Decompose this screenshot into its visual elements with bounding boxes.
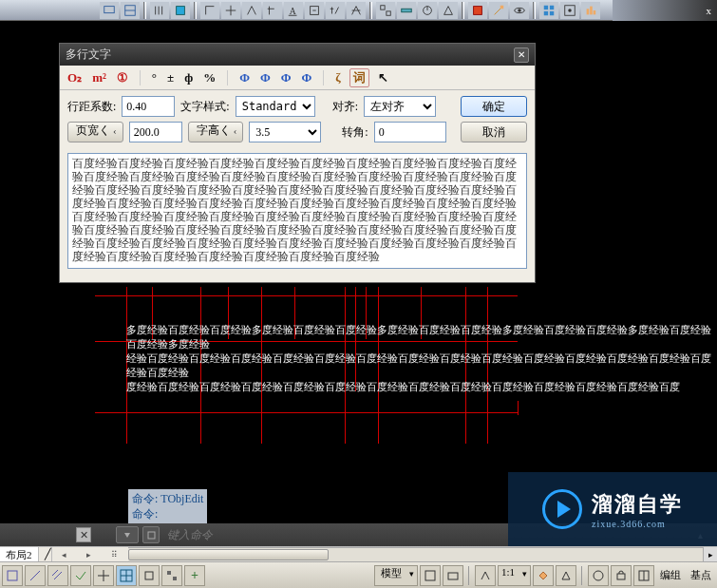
symbol-degree[interactable]: °	[150, 69, 159, 86]
line-spacing-input[interactable]	[122, 96, 175, 117]
status-button[interactable]	[47, 565, 68, 586]
status-add-button[interactable]: +	[184, 565, 205, 586]
model-button[interactable]: 模型	[374, 565, 418, 586]
symbol-o2[interactable]: O₂	[66, 69, 84, 86]
status-button[interactable]	[475, 565, 496, 586]
status-button[interactable]	[161, 565, 182, 586]
status-button[interactable]	[611, 565, 632, 586]
tool-button[interactable]	[221, 2, 240, 19]
base-point-label[interactable]: 基点	[687, 568, 715, 582]
tool-button[interactable]	[100, 2, 119, 19]
edit-group-label[interactable]: 编组	[656, 568, 685, 582]
status-button[interactable]	[533, 565, 554, 586]
tool-button[interactable]	[150, 2, 169, 19]
dialog-titlebar[interactable]: 多行文字 ✕	[60, 44, 535, 66]
watermark: 溜溜自学 zixue.3d66.com	[508, 472, 717, 546]
tool-button[interactable]	[581, 2, 600, 19]
status-button[interactable]	[70, 565, 91, 586]
alignment-label: 对齐:	[332, 99, 358, 115]
page-width-input[interactable]	[129, 122, 182, 142]
status-button[interactable]	[633, 565, 654, 586]
tool-button[interactable]	[347, 2, 366, 19]
scale-button[interactable]: 1:1	[498, 565, 531, 586]
tool-button[interactable]	[263, 2, 282, 19]
command-chip[interactable]	[142, 526, 160, 543]
watermark-url: zixue.3d66.com	[592, 519, 683, 529]
svg-rect-32	[148, 532, 155, 539]
symbol-phi2[interactable]: Φ	[258, 69, 273, 86]
tool-button[interactable]	[171, 2, 190, 19]
tab-strip-handle: ◂▸⠿	[52, 547, 128, 561]
tool-button[interactable]	[242, 2, 261, 19]
svg-rect-16	[402, 9, 412, 12]
status-button[interactable]	[588, 565, 609, 586]
rotation-input[interactable]	[374, 122, 446, 142]
svg-point-28	[568, 9, 572, 12]
tool-button[interactable]	[376, 2, 395, 19]
tool-button[interactable]	[418, 2, 437, 19]
status-button[interactable]	[116, 565, 137, 586]
symbol-phi4[interactable]: Φ	[300, 69, 314, 86]
svg-rect-23	[544, 5, 548, 9]
scroll-right-icon[interactable]: ▸	[703, 547, 717, 561]
status-button[interactable]	[420, 565, 441, 586]
tool-button[interactable]	[560, 2, 579, 19]
toolbar-separator	[462, 2, 464, 19]
svg-rect-33	[8, 571, 17, 580]
line-spacing-label: 行距系数:	[67, 99, 116, 115]
svg-rect-31	[594, 10, 596, 14]
tool-button[interactable]	[305, 2, 324, 19]
toolbar-separator	[194, 2, 197, 19]
svg-rect-20	[500, 5, 504, 9]
status-button[interactable]	[93, 565, 114, 586]
char-height-select[interactable]: 3.5	[249, 122, 321, 142]
char-height-button[interactable]: 字高く	[188, 122, 244, 142]
tab-add[interactable]: ╱	[39, 547, 52, 561]
watermark-title: 溜溜自学	[592, 490, 683, 519]
tool-button[interactable]	[539, 2, 558, 19]
tab-layout2[interactable]: 布局2	[0, 547, 39, 561]
symbol-phi3[interactable]: Φ	[279, 69, 293, 86]
symbol-circled1[interactable]: ①	[115, 69, 130, 86]
cursor-tool-icon[interactable]: ↖	[376, 69, 390, 86]
tool-button[interactable]	[468, 2, 487, 19]
status-button[interactable]	[443, 565, 463, 586]
text-content-textarea[interactable]: 百度经验百度经验百度经验百度经验百度经验百度经验百度经验百度经验百度经验百度经验…	[67, 153, 527, 269]
close-tab-icon[interactable]: ✕	[76, 527, 91, 542]
status-button[interactable]	[556, 565, 576, 586]
symbol-phi1[interactable]: Φ	[237, 69, 252, 86]
symbol-plusminus[interactable]: ±	[165, 69, 176, 86]
svg-point-44	[594, 571, 603, 580]
svg-rect-42	[425, 571, 435, 580]
page-width-button[interactable]: 页宽く	[67, 122, 123, 142]
status-button[interactable]	[139, 565, 160, 586]
toolbar-tail: x	[613, 0, 717, 21]
symbol-percent[interactable]: %	[201, 69, 217, 86]
command-chip[interactable]	[116, 526, 139, 543]
cancel-button[interactable]: 取消	[461, 122, 527, 142]
tool-button[interactable]	[121, 2, 140, 19]
symbol-m2[interactable]: m²	[90, 69, 108, 86]
symbol-zeta[interactable]: ζ	[333, 69, 342, 86]
tool-button[interactable]	[439, 2, 458, 19]
status-button[interactable]	[2, 565, 23, 586]
tool-button[interactable]	[397, 2, 416, 19]
horizontal-scrollbar[interactable]	[128, 547, 704, 561]
tool-button[interactable]	[489, 2, 508, 19]
close-icon[interactable]: ✕	[514, 47, 529, 63]
ok-button[interactable]: 确定	[461, 96, 527, 117]
word-button[interactable]: 词	[349, 68, 369, 87]
grid-line	[518, 401, 519, 415]
tool-button[interactable]: A	[284, 2, 303, 19]
svg-rect-19	[474, 6, 482, 14]
tool-button[interactable]	[510, 2, 529, 19]
status-button[interactable]	[25, 565, 46, 586]
symbol-phi-small[interactable]: ф	[182, 69, 195, 86]
dialog-title: 多行文字	[66, 47, 514, 63]
top-toolbar: A x	[0, 0, 717, 21]
tool-button[interactable]	[200, 2, 219, 19]
alignment-select[interactable]: 左对齐	[364, 96, 436, 117]
svg-rect-45	[617, 574, 625, 579]
tool-button[interactable]	[326, 2, 345, 19]
text-style-select[interactable]: Standard	[236, 96, 315, 117]
